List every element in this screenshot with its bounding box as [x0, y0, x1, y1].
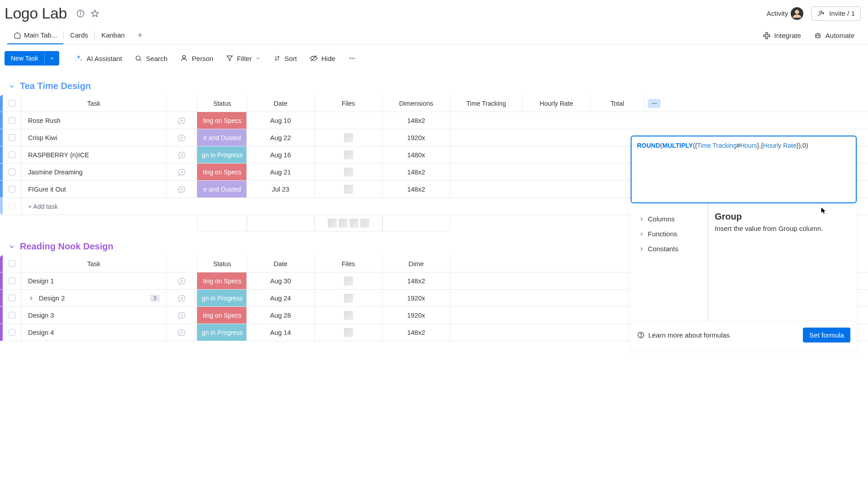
col-total[interactable]: Total	[590, 95, 645, 112]
formula-section-functions[interactable]: Functions	[637, 226, 703, 241]
status-cell[interactable]: gn in Progress	[197, 324, 247, 341]
task-name-cell[interactable]: RASPBERRY (n)ICE	[22, 146, 166, 163]
new-task-button[interactable]: New Task	[5, 51, 59, 66]
add-comment-button[interactable]	[166, 146, 197, 163]
file-thumbnail[interactable]	[344, 150, 353, 160]
group-title[interactable]: Tea Time Design	[20, 81, 91, 91]
dimensions-cell[interactable]: 1920x	[382, 290, 450, 306]
dimensions-cell[interactable]: 1920x	[382, 307, 450, 324]
file-thumbnail[interactable]	[344, 277, 353, 286]
col-rate[interactable]: Hourly Rate	[523, 95, 590, 112]
col-date[interactable]: Date	[247, 95, 315, 112]
add-comment-button[interactable]	[166, 272, 197, 289]
col-time[interactable]: Time Tracking	[450, 95, 523, 112]
row-checkbox[interactable]	[9, 277, 15, 284]
file-thumbnail[interactable]	[344, 185, 353, 194]
col-task[interactable]: Task	[22, 95, 166, 112]
add-comment-button[interactable]	[166, 112, 197, 129]
row-checkbox[interactable]	[9, 329, 15, 336]
date-cell[interactable]: Aug 24	[247, 290, 315, 306]
add-comment-button[interactable]	[166, 307, 197, 324]
date-cell[interactable]: Aug 16	[247, 146, 315, 163]
ai-assistant-button[interactable]: AI Assistant	[70, 52, 126, 65]
more-toolbar-button[interactable]	[344, 52, 361, 65]
date-cell[interactable]: Aug 30	[247, 272, 315, 289]
dimensions-cell[interactable]: 148x2	[382, 112, 450, 129]
col-status[interactable]: Status	[197, 255, 247, 272]
group-collapse-toggle[interactable]	[8, 243, 15, 250]
select-all-checkbox[interactable]	[9, 260, 15, 267]
file-thumbnail[interactable]	[344, 133, 353, 142]
star-icon[interactable]	[88, 6, 102, 21]
status-cell[interactable]: ting on Specs	[197, 112, 247, 129]
tab-main[interactable]: Main Tab...	[7, 27, 63, 44]
task-name-cell[interactable]: FIGure it Out	[22, 181, 166, 197]
file-thumbnail[interactable]	[344, 168, 353, 177]
date-cell[interactable]: Aug 10	[247, 112, 315, 129]
select-all-checkbox[interactable]	[9, 100, 15, 107]
formula-section-constants[interactable]: Constants	[637, 241, 703, 256]
add-comment-button[interactable]	[166, 324, 197, 341]
group-collapse-toggle[interactable]	[8, 83, 15, 90]
task-name-cell[interactable]: Rose Rush	[22, 112, 166, 129]
learn-more-link[interactable]: Learn more about formulas	[637, 331, 730, 339]
date-cell[interactable]: Aug 21	[247, 164, 315, 180]
date-cell[interactable]: Jul 23	[247, 181, 315, 197]
formula-input[interactable]: ROUND(MULTIPLY({Time Tracking#Hours},{Ho…	[631, 136, 857, 203]
col-files[interactable]: Files	[315, 255, 382, 272]
status-cell[interactable]: ting on Specs	[197, 164, 247, 180]
row-checkbox[interactable]	[9, 151, 15, 158]
file-thumbnail[interactable]	[344, 328, 353, 337]
add-comment-button[interactable]	[166, 181, 197, 197]
column-menu-button[interactable]	[648, 99, 660, 108]
add-view-button[interactable]: +	[134, 29, 146, 42]
row-checkbox[interactable]	[9, 312, 15, 319]
status-cell[interactable]: ting on Specs	[197, 272, 247, 289]
add-comment-button[interactable]	[166, 290, 197, 306]
status-cell[interactable]: gn in Progress	[197, 146, 247, 163]
row-checkbox[interactable]	[9, 117, 15, 124]
files-cell[interactable]	[315, 324, 382, 341]
files-cell[interactable]	[315, 181, 382, 197]
automate-button[interactable]: Automate	[807, 28, 861, 43]
col-dim[interactable]: Dimensions	[382, 95, 450, 112]
integrate-button[interactable]: Integrate	[756, 28, 807, 43]
row-checkbox[interactable]	[9, 295, 15, 301]
files-cell[interactable]	[315, 272, 382, 289]
activity-button[interactable]: Activity	[763, 5, 807, 22]
dimensions-cell[interactable]: 1920x	[382, 129, 450, 146]
subitems-toggle[interactable]	[28, 295, 36, 301]
filter-button[interactable]: Filter	[222, 52, 265, 65]
status-cell[interactable]: gn in Progress	[197, 290, 247, 306]
dimensions-cell[interactable]: 148x2	[382, 272, 450, 289]
tab-cards[interactable]: Cards	[64, 27, 94, 44]
col-status[interactable]: Status	[197, 95, 247, 112]
files-cell[interactable]	[315, 129, 382, 146]
task-name-cell[interactable]: Jasmine Dreaming	[22, 164, 166, 180]
hide-button[interactable]: Hide	[305, 52, 340, 65]
file-thumbnail[interactable]	[344, 294, 353, 303]
task-name-cell[interactable]: Design 23	[22, 290, 166, 306]
col-dim[interactable]: Dime	[382, 255, 450, 272]
invite-button[interactable]: Invite / 1	[811, 6, 861, 21]
task-name-cell[interactable]: Design 4	[22, 324, 166, 341]
task-name-cell[interactable]: Crisp Kiwi	[22, 129, 166, 146]
date-cell[interactable]: Aug 14	[247, 324, 315, 341]
date-cell[interactable]: Aug 28	[247, 307, 315, 324]
files-cell[interactable]	[315, 164, 382, 180]
status-cell[interactable]: e and Dusted	[197, 129, 247, 146]
row-checkbox[interactable]	[9, 186, 15, 192]
row-checkbox[interactable]	[9, 169, 15, 175]
files-cell[interactable]	[315, 290, 382, 306]
add-comment-button[interactable]	[166, 129, 197, 146]
col-date[interactable]: Date	[247, 255, 315, 272]
chevron-down-icon[interactable]	[44, 52, 59, 65]
dimensions-cell[interactable]: 148x2	[382, 181, 450, 197]
files-cell[interactable]	[315, 307, 382, 324]
board-title[interactable]: Logo Lab	[5, 5, 67, 22]
status-cell[interactable]: e and Dusted	[197, 181, 247, 197]
date-cell[interactable]: Aug 22	[247, 129, 315, 146]
dimensions-cell[interactable]: 1480x	[382, 146, 450, 163]
col-task[interactable]: Task	[22, 255, 166, 272]
dimensions-cell[interactable]: 148x2	[382, 324, 450, 341]
